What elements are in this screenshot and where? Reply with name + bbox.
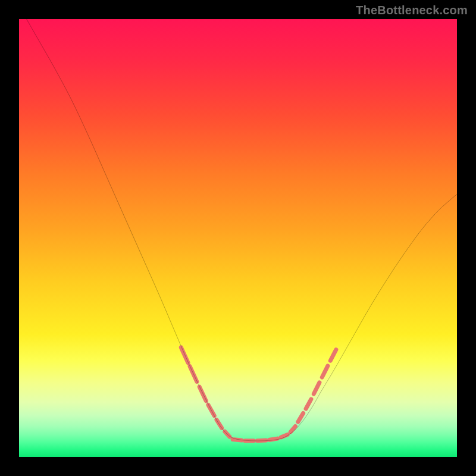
outer-frame: TheBottleneck.com: [0, 0, 476, 476]
main-curve: [19, 19, 457, 441]
curve-layer: [19, 19, 457, 457]
marker-tick: [314, 383, 320, 394]
marker-tick: [330, 350, 336, 361]
marker-ticks-group: [181, 347, 336, 441]
watermark-text: TheBottleneck.com: [356, 4, 468, 17]
plot-area: [19, 19, 457, 457]
marker-tick: [217, 419, 222, 428]
marker-tick: [199, 387, 206, 401]
marker-tick: [306, 399, 311, 409]
marker-tick: [190, 367, 197, 382]
marker-tick: [298, 413, 303, 422]
marker-tick: [322, 366, 328, 377]
marker-tick: [290, 426, 295, 432]
marker-tick: [281, 434, 287, 437]
marker-tick: [181, 347, 188, 363]
